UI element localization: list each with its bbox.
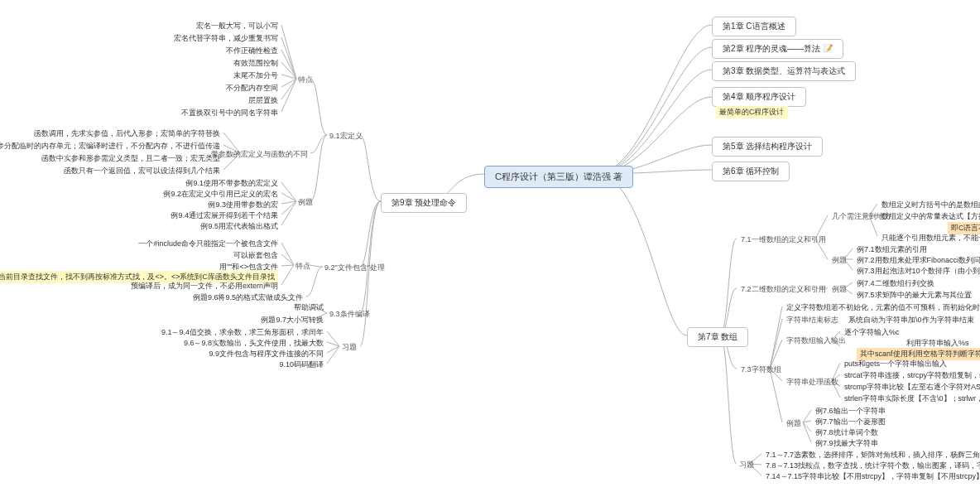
node[interactable]: 字符串结束标志: [786, 315, 838, 326]
svg-line-23: [327, 331, 339, 346]
leaf: 7.8～7.13找鞍点，数字查找，统计字符个数，输出图案，译码，字符串连接【不用…: [766, 461, 980, 471]
node-7-2-a[interactable]: 例题: [832, 284, 847, 295]
svg-line-17: [281, 243, 294, 265]
root-node[interactable]: C程序设计（第三版）谭浩强 著: [484, 166, 633, 188]
leaf: 9.1～9.4值交换，求余数，求三角形面积，求闰年: [161, 327, 324, 338]
svg-line-26: [327, 346, 339, 364]
leaf: 函数只有一个返回值，宏可以设法得到几个结果: [64, 166, 220, 176]
node[interactable]: 例题: [298, 197, 313, 208]
svg-line-51: [803, 422, 811, 432]
leaf: 系统自动为字符串加\0作为字符串结束: [848, 315, 974, 326]
leaf: 可以嵌套包含: [233, 250, 278, 261]
node-9-3[interactable]: 9.3条件编译: [329, 309, 370, 320]
node-ch9[interactable]: 第9章 预处理命令: [381, 193, 467, 213]
leaf: 例9.2在宏定义中引用已定义的宏名: [163, 189, 278, 200]
svg-line-25: [327, 346, 339, 353]
leaf: 末尾不加分号: [233, 70, 278, 81]
node-ch6[interactable]: 第6章 循环控制: [712, 162, 790, 181]
node[interactable]: 带参数的宏定义与函数的不同: [211, 149, 308, 160]
svg-line-38: [770, 306, 782, 369]
leaf: strcat字符串连接，strcpy字符数组复制，strncpy部分复制: [844, 370, 980, 381]
leaf: 例7.2用数组来处理求Fibonacci数列问题: [857, 255, 980, 266]
svg-line-20: [281, 265, 294, 285]
svg-line-1: [281, 37, 296, 79]
node-ch7[interactable]: 第7章 数组: [687, 327, 748, 347]
leaf: 帮助调试: [294, 302, 324, 313]
svg-line-49: [803, 410, 811, 422]
leaf: 例7.1数组元素的引用: [857, 244, 927, 255]
leaf: 例9.1使用不带参数的宏定义: [185, 178, 278, 189]
node-9-1[interactable]: 9.1宏定义: [329, 131, 363, 142]
node-7-1-b[interactable]: 例题: [832, 255, 847, 266]
svg-line-2: [281, 50, 296, 79]
leaf: 9.10码码翻译: [279, 359, 324, 370]
node-ch1[interactable]: 第1章 C语言概述: [712, 17, 796, 36]
node[interactable]: 字符数组输入输出: [786, 335, 846, 346]
svg-line-4: [281, 75, 296, 79]
svg-line-15: [281, 201, 296, 215]
ch4-note: 最简单的C程序设计: [716, 106, 788, 118]
svg-line-3: [281, 62, 296, 79]
leaf: 函数调用，先求实参值，后代入形参；宏简单的字符替换: [34, 128, 220, 139]
leaf: 例7.6输出一个字符串: [815, 406, 886, 417]
svg-line-18: [281, 254, 294, 265]
svg-line-50: [803, 421, 811, 422]
leaf: 宏名一般大写，可以小写: [196, 21, 278, 31]
leaf: 例9.3使用带参数的宏: [208, 200, 278, 210]
leaf: strlen字符串实际长度【不含\0】；strlwr，strupr字母大小写转换: [844, 393, 980, 404]
leaf: puts和gets一个字符串输出输入: [844, 359, 947, 369]
leaf: 7.14～7.15字符串比较【不用strcpy】，字符串复制【不用strcpy】: [766, 471, 980, 482]
leaf: 只能逐个引用数组元素，不能一次引用整个数组: [882, 233, 980, 244]
leaf: strcmp字符串比较【左至右逐个字符对ASCII字符比较，返回0，正整数，负整…: [844, 382, 980, 393]
svg-line-24: [327, 342, 339, 346]
node-ch2[interactable]: 第2章 程序的灵魂——算法 📝: [712, 39, 843, 59]
node-ch4[interactable]: 第4章 顺序程序设计: [712, 87, 806, 107]
node-ch3[interactable]: 第3章 数据类型、运算符与表达式: [712, 61, 856, 81]
svg-line-13: [281, 193, 296, 201]
leaf: 不置换双引号中的同名字符串: [181, 108, 278, 118]
svg-line-6: [281, 79, 296, 99]
svg-line-52: [803, 422, 811, 442]
node[interactable]: 特点: [295, 261, 310, 272]
leaf: 不分配内存空间: [226, 83, 278, 94]
node-7-x[interactable]: 习题: [739, 460, 754, 470]
node[interactable]: 例题: [786, 418, 801, 429]
node-ch5[interactable]: 第5章 选择结构程序设计: [712, 137, 823, 157]
node[interactable]: 特点: [298, 75, 313, 85]
svg-line-39: [770, 319, 782, 369]
leaf: 数组定义时方括号中的是数组的长度，即元素的个数: [882, 200, 980, 210]
node-9-2[interactable]: 9.2"文件包含"处理: [324, 263, 385, 273]
leaf: 预编译后，成为同一文件，不必用extern声明: [131, 281, 278, 292]
svg-line-19: [281, 265, 294, 266]
node[interactable]: 字符串处理函数: [786, 377, 838, 388]
svg-line-12: [281, 182, 296, 201]
svg-line-14: [281, 201, 296, 204]
node-7-2[interactable]: 7.2二维数组的定义和引用: [741, 284, 826, 295]
svg-line-7: [281, 79, 296, 112]
leaf: 例9.4通过宏展开得到若干个结果: [171, 210, 278, 221]
svg-line-0: [281, 25, 296, 79]
leaf: 9.9文件包含与程序文件连接的不同: [209, 349, 324, 359]
leaf: 例7.9找最大字符串: [815, 438, 878, 449]
node-9-x[interactable]: 习题: [342, 342, 357, 353]
node-7-3[interactable]: 7.3字符数组: [741, 364, 781, 375]
leaf: 例7.4二维数组行列交换: [857, 278, 934, 289]
leaf: 例7.3用起泡法对10个数排序（由小到大）: [857, 266, 980, 277]
leaf: 定义字符数组若不初始化，元素的值不可预料，而初始化时，若个数多了出错，少了，后面…: [786, 302, 980, 313]
svg-line-42: [770, 369, 782, 422]
leaf: 宏名代替字符串，减少重复书写: [174, 33, 278, 44]
leaf: 9.6～9.8实数输出，头文件使用，找最大数: [184, 338, 324, 349]
leaf: 例7.5求矩阵中的最大元素与其位置: [857, 290, 972, 301]
note-icon: 📝: [823, 44, 833, 53]
leaf: 函数调用运行时处理，为形参分配临时的内存单元；宏编译时进行，不分配内存，不进行值…: [0, 141, 220, 152]
leaf: 一个#include命令只能指定一个被包含文件: [138, 239, 278, 249]
leaf: 数组定义中的常量表达式【方括号中的】可以是常量和符号常量，不能包含变量: [882, 211, 980, 222]
svg-line-16: [281, 201, 296, 225]
node-7-1[interactable]: 7.1一维数组的定义和引用: [741, 234, 826, 245]
svg-line-5: [281, 79, 296, 87]
leaf: 例9.5用宏代表输出格式: [200, 221, 278, 232]
leaf: 层层置换: [248, 95, 278, 106]
leaf: 例题9.6将9.5的格式宏做成头文件: [193, 292, 303, 303]
leaf: 函数中实参和形参需定义类型，且二者一致；宏无类型: [41, 153, 220, 164]
leaf: 例题9.7大小写转换: [261, 315, 324, 326]
